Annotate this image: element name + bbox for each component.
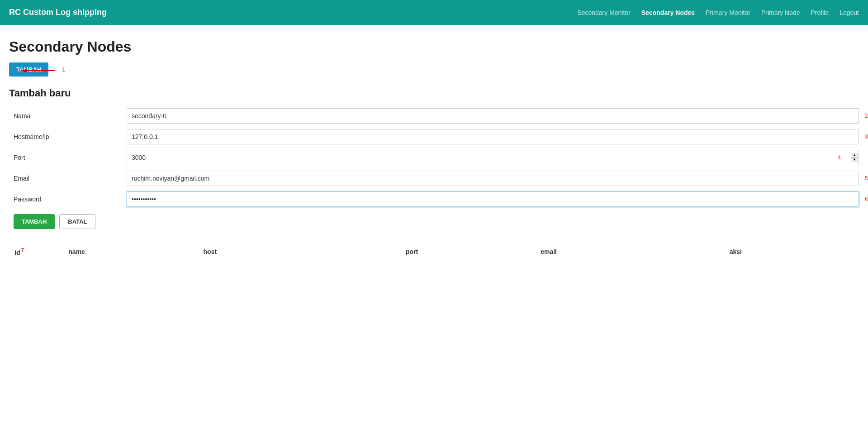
tambah-form-button[interactable]: TAMBAH [14,214,55,229]
hostname-label: Hostname/ip [9,133,127,140]
port-input-wrapper: ▲ ▼ 4 [127,150,859,165]
password-input-wrapper: 6 [127,191,859,207]
port-label: Port [9,154,127,161]
email-annotation: 5 [865,175,868,182]
tambah-top-container: TAMBAH 1 [9,62,859,77]
table-header: id7 name host port email aksi [9,243,859,261]
table-header-row: id7 name host port email aksi [9,243,859,261]
form-actions: TAMBAH BATAL [9,214,859,229]
password-row: Password 6 [9,191,859,207]
arrow-annotation: 1 [57,66,65,73]
hostname-input[interactable] [127,129,859,144]
port-input[interactable] [127,150,859,165]
col-host: host [198,243,400,261]
email-input-wrapper: 5 [127,171,859,186]
form: Nama 2 Hostname/ip 3 Port ▲ ▼ 4 [9,108,859,207]
section-title: Tambah baru [9,87,859,99]
nav-profile[interactable]: Profile [811,9,829,16]
nav-secondary-monitor[interactable]: Secondary Monitor [577,9,631,16]
port-increment[interactable]: ▲ [851,153,858,158]
navbar-brand: RC Custom Log shipping [9,8,107,17]
port-row: Port ▲ ▼ 4 [9,150,859,165]
col-aksi: aksi [724,243,859,261]
nama-annotation: 2 [865,113,868,119]
nav-primary-node[interactable]: Primary Node [761,9,800,16]
navbar-links: Secondary Monitor Secondary Nodes Primar… [577,9,859,16]
nama-input[interactable] [127,108,859,124]
batal-button[interactable]: BATAL [59,214,95,229]
port-decrement[interactable]: ▼ [851,158,858,162]
navbar: RC Custom Log shipping Secondary Monitor… [0,0,868,25]
email-label: Email [9,175,127,182]
port-annotation: 4 [838,154,841,161]
col-name: name [63,243,198,261]
email-row: Email 5 [9,171,859,186]
nama-label: Nama [9,112,127,120]
email-input[interactable] [127,171,859,186]
page-title: Secondary Nodes [9,38,859,55]
red-arrow-icon [17,64,57,77]
nav-logout[interactable]: Logout [840,9,859,16]
nama-row: Nama 2 [9,108,859,124]
nav-secondary-nodes[interactable]: Secondary Nodes [641,9,695,16]
password-label: Password [9,196,127,203]
main-content: Secondary Nodes TAMBAH 1 Tambah baru Nam… [0,25,868,275]
nav-primary-monitor[interactable]: Primary Monitor [706,9,750,16]
nodes-table: id7 name host port email aksi [9,243,859,261]
port-spinner: ▲ ▼ [851,153,858,162]
id-annotation: 7 [21,247,24,254]
hostname-row: Hostname/ip 3 [9,129,859,144]
hostname-annotation: 3 [865,134,868,140]
table-section: id7 name host port email aksi [9,243,859,261]
password-input[interactable] [127,191,859,207]
col-id: id7 [9,243,63,261]
col-port: port [400,243,535,261]
hostname-input-wrapper: 3 [127,129,859,144]
col-email: email [535,243,724,261]
annotation-1: 1 [62,66,65,73]
password-annotation: 6 [865,196,868,202]
nama-input-wrapper: 2 [127,108,859,124]
